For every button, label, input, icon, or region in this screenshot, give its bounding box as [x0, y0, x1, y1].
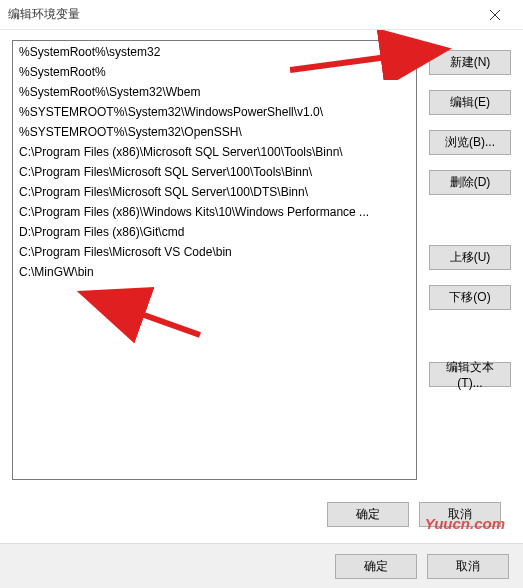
inner-cancel-button[interactable]: 取消 — [419, 502, 501, 527]
list-item[interactable]: %SystemRoot% — [13, 62, 416, 82]
close-button[interactable] — [475, 1, 515, 29]
title-bar: 编辑环境变量 — [0, 0, 523, 30]
outer-ok-button[interactable]: 确定 — [335, 554, 417, 579]
edit-button[interactable]: 编辑(E) — [429, 90, 511, 115]
browse-button[interactable]: 浏览(B)... — [429, 130, 511, 155]
close-icon — [490, 10, 500, 20]
list-item[interactable]: D:\Program Files (x86)\Git\cmd — [13, 222, 416, 242]
move-up-button[interactable]: 上移(U) — [429, 245, 511, 270]
list-item[interactable]: C:\Program Files (x86)\Microsoft SQL Ser… — [13, 142, 416, 162]
outer-footer: 确定 取消 — [0, 543, 523, 588]
delete-button[interactable]: 删除(D) — [429, 170, 511, 195]
dialog-content: %SystemRoot%\system32%SystemRoot%%System… — [0, 30, 523, 588]
list-item[interactable]: %SystemRoot%\system32 — [13, 42, 416, 62]
list-item[interactable]: C:\MinGW\bin — [13, 262, 416, 282]
side-button-column: 新建(N) 编辑(E) 浏览(B)... 删除(D) 上移(U) 下移(O) 编… — [429, 40, 511, 480]
path-listbox[interactable]: %SystemRoot%\system32%SystemRoot%%System… — [12, 40, 417, 480]
list-item[interactable]: C:\Program Files\Microsoft VS Code\bin — [13, 242, 416, 262]
move-down-button[interactable]: 下移(O) — [429, 285, 511, 310]
inner-ok-button[interactable]: 确定 — [327, 502, 409, 527]
new-button[interactable]: 新建(N) — [429, 50, 511, 75]
list-item[interactable]: %SYSTEMROOT%\System32\WindowsPowerShell\… — [13, 102, 416, 122]
inner-footer: 确定 取消 — [12, 480, 511, 527]
list-item[interactable]: C:\Program Files\Microsoft SQL Server\10… — [13, 162, 416, 182]
list-item[interactable]: C:\Program Files\Microsoft SQL Server\10… — [13, 182, 416, 202]
outer-cancel-button[interactable]: 取消 — [427, 554, 509, 579]
list-item[interactable]: %SYSTEMROOT%\System32\OpenSSH\ — [13, 122, 416, 142]
list-item[interactable]: %SystemRoot%\System32\Wbem — [13, 82, 416, 102]
edit-text-button[interactable]: 编辑文本(T)... — [429, 362, 511, 387]
dialog-title: 编辑环境变量 — [8, 6, 475, 23]
list-item[interactable]: C:\Program Files (x86)\Windows Kits\10\W… — [13, 202, 416, 222]
